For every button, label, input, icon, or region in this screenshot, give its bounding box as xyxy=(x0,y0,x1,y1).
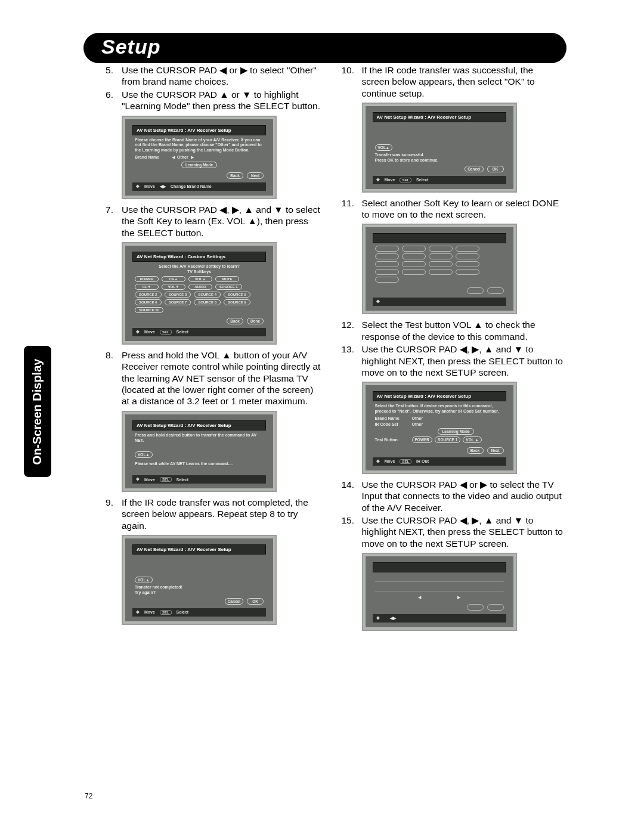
softkey-button[interactable]: SOURCE 7 xyxy=(165,299,191,305)
softkey-button[interactable]: SOURCE 1 xyxy=(215,284,242,290)
softkey-button[interactable]: AUDIO xyxy=(188,284,212,290)
ok-button[interactable]: OK xyxy=(247,598,264,605)
step-10: 10. If the IR code transfer was successf… xyxy=(342,64,564,99)
vol-up-button[interactable]: VOL▲ xyxy=(375,144,393,151)
screenshot-tv-input: . ◀.▶ .. ✥.◀▶. xyxy=(362,553,564,631)
softkey-grid: POWER CH▲ VOL▲ MUTE CH▼ VOL▼ AUDIO SOURC… xyxy=(135,276,264,313)
softkey-button[interactable]: SOURCE 3 xyxy=(165,292,191,298)
learning-mode-button[interactable]: Learning Mode xyxy=(438,428,473,435)
softkey-button[interactable]: SOURCE 6 xyxy=(135,299,162,305)
cancel-button[interactable]: Cancel xyxy=(225,598,243,605)
softkey-button[interactable]: SOURCE 9 xyxy=(224,299,250,305)
step-9: 9. If the IR code transfer was not compl… xyxy=(101,497,324,531)
step-12: 12. Select the Test button VOL ▲ to chec… xyxy=(342,319,564,342)
step-11: 11. Select another Soft Key to learn or … xyxy=(342,197,564,221)
step-6: 6. Use the CURSOR PAD ▲ or ▼ to highligh… xyxy=(101,89,324,112)
back-button[interactable]: Back xyxy=(467,447,484,454)
screenshot-not-completed: AV Net Setup Wizard : A/V Receiver Setup… xyxy=(122,535,324,625)
right-column: 10. If the IR code transfer was successf… xyxy=(342,64,564,636)
screenshot-test-button: AV Net Setup Wizard : A/V Receiver Setup… xyxy=(362,382,564,474)
softkey-button[interactable]: SOURCE 8 xyxy=(194,299,221,305)
back-button[interactable]: Back xyxy=(227,318,243,324)
cancel-button[interactable]: Cancel xyxy=(465,166,483,172)
softkey-button[interactable]: SOURCE 2 xyxy=(135,292,162,298)
step-13: 13. Use the CURSOR PAD ◀, ▶, ▲ and ▼ to … xyxy=(342,343,564,378)
step-15: 15. Use the CURSOR PAD ◀, ▶, ▲ and ▼ to … xyxy=(342,515,564,549)
softkey-button[interactable]: VOL▼ xyxy=(162,284,185,290)
softkey-button[interactable]: VOL▲ xyxy=(188,276,212,282)
screenshot-brand-select: AV Net Setup Wizard : A/V Receiver Setup… xyxy=(122,116,324,199)
section-side-tab: On-Screen Display xyxy=(24,346,51,477)
step-14: 14. Use the CURSOR PAD ◀ or ▶ to select … xyxy=(342,479,564,513)
screenshot-successful: AV Net Setup Wizard : A/V Receiver Setup… xyxy=(362,103,564,193)
screenshot-softkeys: AV Net Setup Wizard : Custom Settings Se… xyxy=(122,242,324,345)
left-column: 5. Use the CURSOR PAD ◀ or ▶ to select "… xyxy=(101,64,324,636)
step-7: 7. Use the CURSOR PAD ◀, ▶, ▲ and ▼ to s… xyxy=(101,204,324,239)
next-button[interactable]: Next xyxy=(487,447,504,454)
test-source1-button[interactable]: SOURCE 1 xyxy=(435,436,460,443)
back-button[interactable]: Back xyxy=(227,172,243,179)
softkey-button[interactable]: MUTE xyxy=(215,276,239,282)
right-arrow-icon: ▶ xyxy=(240,64,247,76)
chapter-title: Setup xyxy=(83,33,566,63)
vol-up-button[interactable]: VOL▲ xyxy=(135,577,153,583)
done-button[interactable]: Done xyxy=(247,318,264,324)
softkey-button[interactable]: SOURCE 5 xyxy=(224,292,250,298)
vol-up-button[interactable]: VOL▲ xyxy=(135,451,153,458)
step-5: 5. Use the CURSOR PAD ◀ or ▶ to select "… xyxy=(101,64,324,88)
screenshot-learning: AV Net Setup Wizard : A/V Receiver Setup… xyxy=(122,411,324,492)
softkey-button[interactable]: POWER xyxy=(135,276,159,282)
softkey-button[interactable]: SOURCE 4 xyxy=(194,292,221,298)
page-number: 72 xyxy=(85,792,92,800)
down-arrow-icon: ▼ xyxy=(242,89,251,100)
next-button[interactable]: Next xyxy=(247,172,264,179)
softkey-button[interactable]: SOURCE 10 xyxy=(135,307,163,313)
softkey-button[interactable]: CH▼ xyxy=(135,284,159,290)
step-8: 8. Press and hold the VOL ▲ button of yo… xyxy=(101,349,324,407)
softkey-button[interactable]: CH▲ xyxy=(162,276,185,282)
test-volup-button[interactable]: VOL ▲ xyxy=(463,436,481,443)
learning-mode-button[interactable]: Learning Mode xyxy=(181,162,217,168)
screenshot-select-another: . ... .... ..... ..... .. ✥.. xyxy=(362,224,564,314)
up-arrow-icon: ▲ xyxy=(219,89,228,100)
left-arrow-icon: ◀ xyxy=(219,64,227,76)
test-power-button[interactable]: POWER xyxy=(412,436,433,443)
ok-button[interactable]: OK xyxy=(487,166,504,172)
page-content: 5. Use the CURSOR PAD ◀ or ▶ to select "… xyxy=(101,64,564,797)
